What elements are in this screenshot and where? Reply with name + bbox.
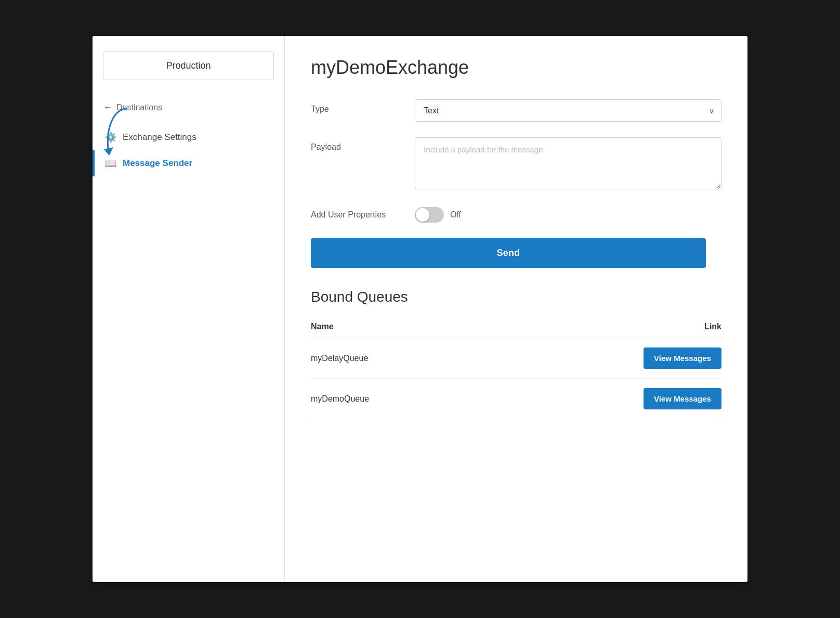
view-messages-button-demo[interactable]: View Messages: [644, 388, 721, 409]
queue-name-demo: myDemoQueue: [311, 394, 369, 404]
type-select[interactable]: Text Bytes JSON: [415, 99, 721, 122]
type-label: Type: [311, 99, 404, 114]
view-messages-button-delay[interactable]: View Messages: [644, 347, 721, 369]
send-button[interactable]: Send: [311, 238, 706, 268]
queue-name-delay: myDelayQueue: [311, 354, 368, 363]
add-user-properties-row: Add User Properties Off: [311, 207, 721, 223]
production-button[interactable]: Production: [103, 52, 274, 80]
toggle-state-label: Off: [450, 210, 461, 220]
type-select-wrapper: Text Bytes JSON ∨: [415, 99, 721, 122]
add-user-properties-label: Add User Properties: [311, 210, 404, 220]
type-row: Type Text Bytes JSON ∨: [311, 99, 721, 122]
payload-row: Payload: [311, 137, 721, 191]
user-properties-toggle[interactable]: [415, 207, 444, 223]
payload-label: Payload: [311, 137, 404, 152]
column-name-header: Name: [311, 322, 334, 331]
payload-textarea[interactable]: [415, 137, 721, 189]
toggle-knob: [416, 208, 429, 222]
bound-queues-title: Bound Queues: [311, 289, 721, 305]
table-row: myDelayQueue View Messages: [311, 338, 721, 379]
arrow-annotation: [98, 104, 139, 166]
svg-marker-0: [104, 147, 113, 156]
payload-control: [415, 137, 721, 191]
page-title: myDemoExchange: [311, 57, 721, 79]
column-link-header: Link: [704, 322, 721, 331]
toggle-control: Off: [415, 207, 461, 223]
table-row: myDemoQueue View Messages: [311, 379, 721, 419]
main-content: myDemoExchange Type Text Bytes JSON ∨ Pa…: [285, 36, 747, 582]
table-header: Name Link: [311, 316, 721, 338]
type-control: Text Bytes JSON ∨: [415, 99, 721, 122]
sidebar: Production ← Destinations ⚙️ Exchange Se…: [93, 36, 285, 582]
